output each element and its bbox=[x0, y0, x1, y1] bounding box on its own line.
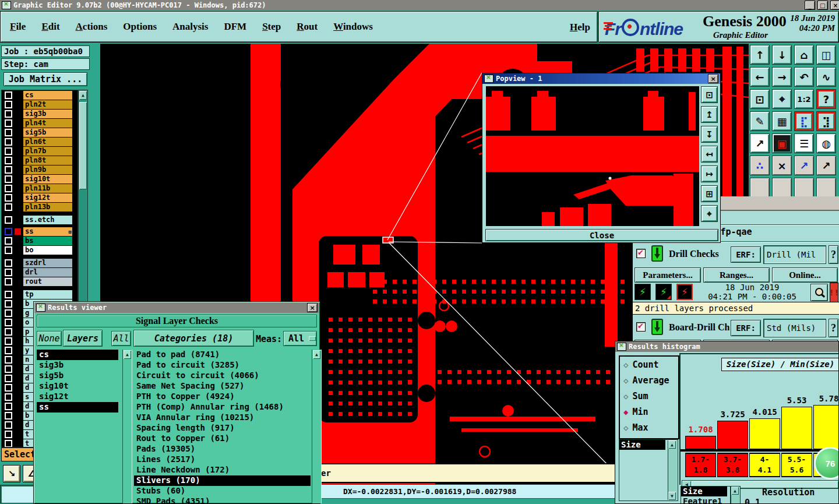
layer-row[interactable]: pln11b bbox=[2, 184, 77, 193]
zoom-fit-button[interactable]: ⊡ bbox=[750, 89, 770, 109]
axis-field-item[interactable]: Size bbox=[681, 487, 727, 496]
results-category-item[interactable]: Rout to Copper (61) bbox=[134, 433, 311, 444]
menu-item-help[interactable]: Help bbox=[570, 22, 590, 33]
resolution-value[interactable]: 0.1 bbox=[745, 498, 760, 504]
drill-erf-button[interactable]: ERF: bbox=[731, 246, 761, 263]
netlist-black-button[interactable]: ⣹ bbox=[816, 111, 836, 131]
board-erf-field[interactable]: Std (Mils) bbox=[763, 319, 826, 337]
results-layer-item[interactable]: sig10t bbox=[37, 381, 121, 392]
view-pan-right-button[interactable]: → bbox=[772, 67, 792, 87]
quick-coord-field[interactable] bbox=[0, 485, 34, 503]
layer-checkbox[interactable] bbox=[5, 147, 12, 155]
statistic-radio[interactable]: Average bbox=[620, 372, 678, 388]
layer-checkbox[interactable] bbox=[5, 110, 12, 118]
layer-color-swatch[interactable] bbox=[15, 228, 21, 235]
layer-row[interactable]: pln2t bbox=[2, 100, 77, 109]
popview-zoom-in-button[interactable]: ⊞ bbox=[701, 185, 718, 202]
s-route-button[interactable]: ∿ bbox=[816, 67, 836, 87]
measure-list-item[interactable]: Size bbox=[619, 440, 665, 450]
net-points-button[interactable]: ∴ bbox=[750, 156, 770, 175]
cut-row-button-3[interactable] bbox=[794, 178, 814, 196]
layer-checkbox[interactable] bbox=[5, 237, 12, 245]
previous-view-button[interactable]: ↶ bbox=[794, 67, 814, 87]
layer-row[interactable]: tp bbox=[2, 290, 77, 299]
popview-canvas[interactable] bbox=[486, 86, 699, 226]
layer-row[interactable]: sig5b bbox=[2, 128, 77, 137]
popview-pan-left-button[interactable]: ↤ bbox=[701, 146, 718, 163]
drill-erf-field[interactable]: Drill (Mil bbox=[763, 245, 826, 264]
popview-close-icon[interactable]: × bbox=[708, 74, 718, 83]
job-matrix-button[interactable]: Job Matrix ... bbox=[3, 72, 87, 86]
scale-1-2-button[interactable]: 1:2 bbox=[794, 89, 814, 109]
menu-item[interactable]: File bbox=[10, 21, 26, 33]
popview-pan-right-button[interactable]: ↦ bbox=[701, 165, 718, 182]
results-viewer-titlebar[interactable]: Results viewer × bbox=[34, 302, 319, 313]
layer-row[interactable]: pln4t bbox=[2, 118, 77, 128]
layer-checkbox[interactable] bbox=[5, 328, 12, 336]
minimize-button[interactable]: _ bbox=[805, 1, 815, 10]
menu-item[interactable]: Options bbox=[123, 21, 157, 33]
results-category-item[interactable]: VIA Annular ring (10215) bbox=[134, 413, 311, 423]
drill-online-button[interactable]: Online... bbox=[772, 267, 838, 283]
delete-x-button[interactable]: × bbox=[772, 156, 792, 175]
statistic-radio[interactable]: Count bbox=[620, 357, 678, 372]
zoom-results-button[interactable] bbox=[810, 284, 828, 301]
zoom-center-button[interactable]: ⌖ bbox=[772, 89, 792, 109]
layer-row[interactable]: sig3b bbox=[2, 109, 77, 118]
layers-none-button[interactable]: None bbox=[37, 331, 62, 346]
meas-dropdown[interactable]: All bbox=[283, 331, 317, 346]
layer-row-bs[interactable]: bs bbox=[2, 236, 77, 245]
layer-checkbox[interactable] bbox=[5, 347, 12, 354]
alert-button[interactable]: !! bbox=[830, 283, 838, 302]
layer-checkbox[interactable] bbox=[5, 403, 12, 410]
scroll-up-icon[interactable]: ▲ bbox=[668, 440, 676, 449]
scroll-up-icon[interactable]: ▲ bbox=[79, 91, 87, 100]
layer-checkbox[interactable] bbox=[5, 101, 12, 108]
results-category-item[interactable]: Circuit to circuit (4066) bbox=[134, 371, 311, 381]
layer-row[interactable]: sig12t bbox=[2, 193, 77, 202]
layer-row[interactable]: pln6t bbox=[2, 137, 77, 146]
run-analysis-button[interactable]: ⚡ bbox=[634, 284, 651, 300]
layer-checkbox[interactable] bbox=[5, 194, 12, 202]
results-category-item[interactable]: Lines (2517) bbox=[134, 454, 311, 465]
layers-all-button[interactable]: All bbox=[111, 331, 131, 346]
results-category-item[interactable]: Pad to circuit (3285) bbox=[134, 360, 311, 371]
layer-row-ss-etch[interactable]: ss.etch bbox=[2, 215, 77, 224]
restore-button[interactable]: □ bbox=[817, 1, 828, 10]
axis-field-item[interactable]: Feature1 bbox=[681, 496, 730, 504]
copy-ref-button[interactable]: ↗ bbox=[816, 156, 836, 175]
popview-zoom-out-button[interactable]: ⌖ bbox=[701, 205, 718, 222]
results-category-item[interactable]: Stubs (60) bbox=[134, 486, 311, 496]
layer-checkbox[interactable] bbox=[5, 157, 12, 164]
axis-field-scrollbar[interactable]: ▲ bbox=[731, 486, 741, 504]
layer-checkbox[interactable] bbox=[5, 393, 12, 401]
results-category-item[interactable]: PTH (Comp) Annular ring (1468) bbox=[134, 402, 311, 413]
layer-checkbox[interactable] bbox=[5, 119, 12, 127]
results-layer-item[interactable]: cs bbox=[37, 350, 118, 360]
help-mode-button[interactable]: ? bbox=[816, 89, 836, 109]
split-window-xy-button[interactable]: ◫ bbox=[816, 45, 836, 65]
menu-item[interactable]: Windows bbox=[333, 21, 373, 33]
layer-checkbox[interactable] bbox=[5, 384, 12, 392]
cut-row-button-2[interactable] bbox=[772, 178, 792, 196]
results-category-item[interactable]: Same Net Spacing (527) bbox=[134, 381, 311, 392]
layer-checkbox[interactable] bbox=[5, 91, 12, 99]
layer-row[interactable]: cs bbox=[2, 90, 77, 100]
layer-checkbox[interactable] bbox=[5, 246, 12, 254]
ruler-button[interactable]: ☰ bbox=[794, 133, 814, 153]
statistic-radio[interactable]: Max bbox=[620, 420, 678, 435]
scrollbar-thumb[interactable] bbox=[79, 102, 87, 189]
layer-row[interactable]: drl bbox=[2, 267, 77, 277]
layer-checkbox[interactable] bbox=[5, 259, 12, 267]
layer-checkbox[interactable] bbox=[5, 269, 12, 276]
layer-checkbox[interactable] bbox=[5, 319, 12, 326]
drill-ranges-button[interactable]: Ranges... bbox=[703, 267, 770, 283]
view-pan-up-button[interactable]: ↑ bbox=[750, 45, 770, 65]
layer-checkbox[interactable] bbox=[5, 337, 12, 345]
results-category-item[interactable]: PTH to Copper (4924) bbox=[134, 392, 311, 402]
menu-item[interactable]: Actions bbox=[76, 21, 108, 33]
layer-checkbox[interactable] bbox=[5, 431, 12, 438]
grid-button[interactable]: ▦ bbox=[772, 111, 792, 131]
measure-list-scrollbar[interactable]: ▲ ▼ bbox=[668, 440, 677, 500]
board-drill-checkbox[interactable] bbox=[636, 322, 646, 332]
